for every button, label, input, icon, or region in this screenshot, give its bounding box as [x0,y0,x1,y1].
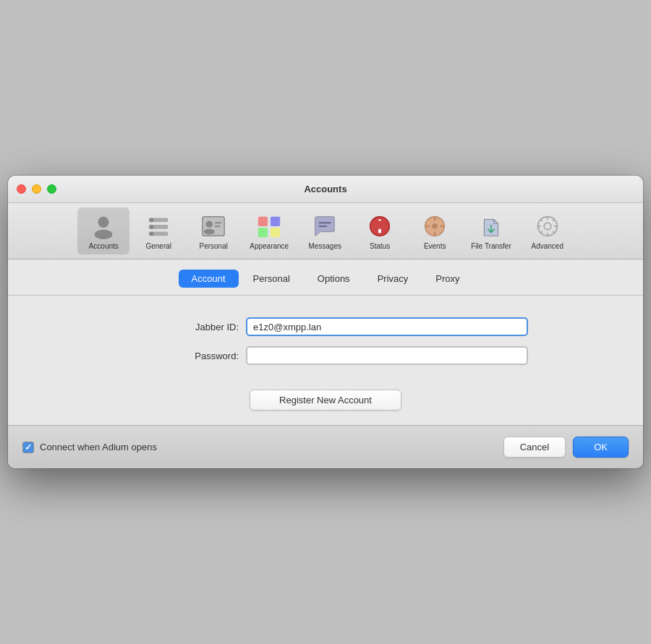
svg-point-9 [206,220,213,228]
tab-account[interactable]: Account [179,270,239,288]
svg-rect-11 [215,222,222,223]
jabber-id-label: Jabber ID: [174,322,239,332]
file-transfer-icon [477,212,506,241]
appearance-label: Appearance [250,242,289,250]
toolbar-item-advanced[interactable]: Advanced [522,207,574,254]
tab-personal[interactable]: Personal [240,270,303,288]
minimize-button[interactable] [32,184,41,194]
password-row: Password: [123,346,528,365]
svg-point-0 [98,217,109,228]
svg-line-38 [540,231,542,233]
cancel-button[interactable]: Cancel [503,437,566,458]
toolbar-item-personal[interactable]: Personal [187,207,239,254]
general-icon [144,212,173,241]
jabber-id-row: Jabber ID: [123,317,528,336]
svg-rect-20 [378,220,381,221]
traffic-lights [17,184,56,194]
bottom-bar: ✓ Connect when Adium opens Cancel OK [8,425,643,468]
svg-rect-12 [215,226,221,227]
titlebar: Accounts [8,176,643,203]
general-label: General [145,242,171,250]
messages-icon [310,212,339,241]
events-icon [420,212,449,241]
content-area: Account Personal Options Privacy Proxy J… [8,259,643,425]
svg-point-5 [150,225,154,229]
appearance-icon [255,212,284,241]
toolbar-item-events[interactable]: Events [409,207,461,254]
status-icon [365,212,394,241]
svg-rect-17 [319,222,331,223]
svg-rect-21 [378,229,381,233]
toolbar-item-appearance[interactable]: Appearance [242,207,296,254]
tab-privacy[interactable]: Privacy [365,270,422,288]
connect-checkbox[interactable]: ✓ [22,442,34,453]
tab-proxy[interactable]: Proxy [422,270,472,288]
maximize-button[interactable] [47,184,56,194]
status-label: Status [370,242,390,250]
svg-line-37 [553,219,555,221]
svg-rect-18 [319,226,327,227]
svg-point-1 [95,230,113,239]
svg-line-36 [553,231,555,233]
form-area: Jabber ID: Password: Register New Accoun… [8,296,643,425]
connect-label: Connect when Adium opens [40,442,157,452]
advanced-label: Advanced [532,242,563,250]
jabber-id-input[interactable] [246,317,528,336]
toolbar-item-accounts[interactable]: Accounts [77,207,129,254]
accounts-icon [89,212,118,241]
personal-icon [199,212,228,241]
checkbox-checkmark: ✓ [25,443,32,452]
toolbar: Accounts General [8,203,643,259]
password-input[interactable] [246,346,528,365]
toolbar-item-status[interactable]: Status [354,207,406,254]
password-label: Password: [174,351,239,361]
register-button[interactable]: Register New Account [250,390,401,411]
toolbar-item-general[interactable]: General [132,207,184,254]
events-label: Events [424,242,446,250]
tab-bar: Account Personal Options Privacy Proxy [8,259,643,295]
svg-point-3 [150,218,154,223]
accounts-label: Accounts [89,242,119,250]
svg-point-7 [150,232,154,236]
svg-rect-15 [258,228,268,237]
tab-options[interactable]: Options [305,270,363,288]
window-title: Accounts [304,184,346,194]
bottom-buttons: Cancel OK [503,437,629,458]
svg-rect-16 [271,228,280,237]
main-window: Accounts Accounts [8,176,643,468]
svg-rect-14 [271,217,280,226]
messages-label: Messages [308,242,341,250]
svg-point-10 [204,229,215,235]
advanced-icon [533,212,562,241]
file-transfer-label: File Transfer [471,242,511,250]
svg-point-30 [544,223,551,230]
svg-point-23 [432,223,438,229]
personal-label: Personal [200,242,228,250]
toolbar-item-messages[interactable]: Messages [299,207,351,254]
ok-button[interactable]: OK [573,437,629,458]
svg-rect-13 [258,217,268,226]
checkbox-area: ✓ Connect when Adium opens [22,442,503,453]
svg-line-35 [540,219,542,221]
toolbar-item-file-transfer[interactable]: File Transfer [464,207,519,254]
close-button[interactable] [17,184,26,194]
